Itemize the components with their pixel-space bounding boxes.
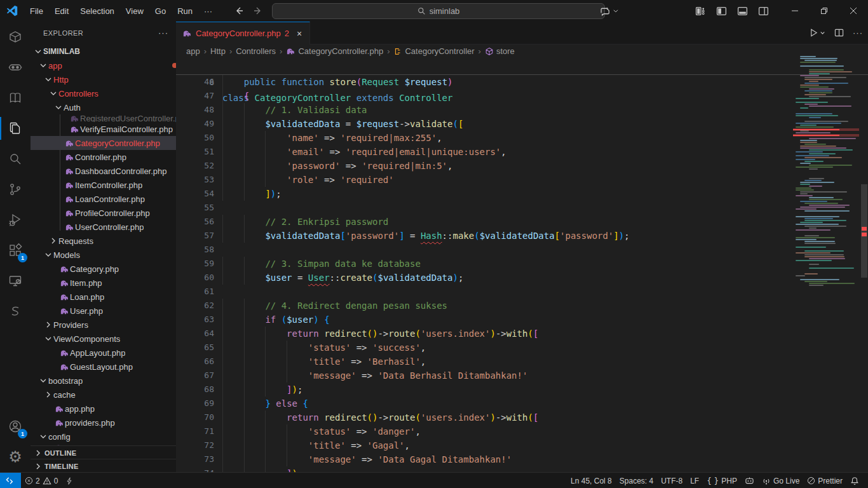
tree-item-loan-php[interactable]: Loan.php: [31, 290, 176, 304]
tree-item-loancontroller-php[interactable]: LoanController.php: [31, 192, 176, 206]
php-elephant-icon: [58, 306, 70, 316]
minimize-button[interactable]: [780, 0, 810, 22]
toggle-panel-icon[interactable]: [737, 6, 748, 17]
activity-files-icon[interactable]: [0, 113, 31, 144]
tree-item-itemcontroller-php[interactable]: ItemController.php: [31, 178, 176, 192]
close-window-button[interactable]: [839, 0, 868, 22]
tree-item-categorycontroller-php[interactable]: CategoryController.php2: [31, 136, 176, 150]
timeline-panel-header[interactable]: TIMELINE: [31, 459, 177, 472]
tree-item-providers-php[interactable]: providers.php: [31, 416, 176, 430]
activity-run-debug-icon[interactable]: [0, 205, 31, 235]
breadcrumb-http[interactable]: Http: [210, 46, 226, 56]
activity-account-icon[interactable]: 1: [0, 411, 31, 442]
remote-indicator[interactable]: [0, 473, 21, 488]
breadcrumb-separator: ›: [204, 46, 207, 56]
tree-item-view-components[interactable]: View\Components: [31, 332, 176, 346]
encoding-status[interactable]: UTF-8: [657, 473, 686, 488]
tab-title: CategoryController.php: [196, 29, 281, 38]
activity-search-icon[interactable]: [0, 144, 31, 174]
menu-file[interactable]: File: [24, 0, 49, 22]
copilot-status[interactable]: [741, 473, 758, 488]
activity-settings-gear-icon[interactable]: ⚙: [0, 442, 31, 472]
tree-item-requests[interactable]: Requests: [31, 234, 176, 248]
cursor-position[interactable]: Ln 45, Col 8: [567, 473, 616, 488]
tree-item-models[interactable]: Models: [31, 248, 176, 262]
tree-item-profilecontroller-php[interactable]: ProfileController.php: [31, 206, 176, 220]
explorer-title: EXPLORER: [43, 29, 83, 37]
tree-item-cache[interactable]: cache: [31, 388, 176, 402]
activity-s-extension-icon[interactable]: [0, 296, 31, 327]
tree-item-label: Category.php: [70, 264, 119, 274]
activity-container-icon[interactable]: [0, 22, 31, 52]
breadcrumb-app[interactable]: app: [186, 46, 200, 56]
command-center-search[interactable]: siminlab: [272, 3, 605, 19]
restore-button[interactable]: [810, 0, 839, 22]
split-editor-icon[interactable]: [834, 28, 844, 37]
activity-extensions-icon[interactable]: 1: [0, 235, 31, 266]
menu-overflow[interactable]: ···: [198, 0, 218, 22]
menu-selection[interactable]: Selection: [74, 0, 119, 22]
tree-item-config[interactable]: config: [31, 430, 176, 444]
tree-item-controllers[interactable]: Controllers: [31, 86, 176, 100]
indentation-status[interactable]: Spaces: 4: [616, 473, 657, 488]
tree-item-providers[interactable]: Providers: [31, 318, 176, 332]
activity-copilot-goggles-icon[interactable]: [0, 52, 31, 83]
forward-arrow-icon[interactable]: [253, 6, 263, 16]
minimap[interactable]: [793, 54, 859, 461]
breadcrumb-categorycontroller-php[interactable]: CategoryController.php: [286, 46, 383, 56]
prettier-status[interactable]: Prettier: [803, 473, 846, 488]
activity-source-control-icon[interactable]: [0, 174, 31, 205]
tree-item-registeredusercontroller-php[interactable]: RegisteredUserController.php: [31, 114, 176, 122]
menu-go[interactable]: Go: [149, 0, 172, 22]
tree-item-applayout-php[interactable]: AppLayout.php: [31, 346, 176, 360]
tab-categorycontroller[interactable]: CategoryController.php 2 ×: [176, 22, 310, 44]
overview-error-mark: [862, 233, 867, 236]
tree-item-user-php[interactable]: User.php: [31, 304, 176, 318]
tree-item-bootstrap[interactable]: bootstrap: [31, 374, 176, 388]
tree-item-verifyemailcontroller-php[interactable]: VerifyEmailController.php: [31, 122, 176, 136]
outline-panel-header[interactable]: OUTLINE: [31, 445, 177, 459]
explorer-more-actions[interactable]: ···: [158, 28, 168, 37]
line-number: 49: [176, 117, 214, 131]
activity-live-server-icon[interactable]: [0, 266, 31, 296]
eol-status[interactable]: LF: [686, 473, 703, 488]
copilot-menu-button[interactable]: [600, 6, 619, 17]
go-live-button[interactable]: Go Live: [758, 473, 803, 488]
editor-scrollbar[interactable]: [860, 54, 868, 472]
tree-item-item-php[interactable]: Item.php: [31, 276, 176, 290]
breadcrumb-controllers[interactable]: Controllers: [236, 46, 276, 56]
problems-status[interactable]: 2 0: [21, 473, 62, 488]
tree-item-siminlab[interactable]: SIMINLAB: [31, 44, 176, 58]
toggle-secondary-sidebar-icon[interactable]: [758, 6, 769, 17]
menu-edit[interactable]: Edit: [49, 0, 74, 22]
tree-item-http[interactable]: Http: [31, 72, 176, 86]
close-tab-icon[interactable]: ×: [297, 29, 302, 39]
tree-item-dashboardcontroller-php[interactable]: DashboardController.php: [31, 164, 176, 178]
search-text: siminlab: [430, 6, 460, 16]
chevron-right-icon: [48, 236, 58, 246]
ports-status[interactable]: [62, 473, 77, 488]
tree-item-controller-php[interactable]: Controller.php: [31, 150, 176, 164]
tree-item-app-php[interactable]: app.php: [31, 402, 176, 416]
tree-item-app[interactable]: app: [31, 58, 176, 72]
breadcrumb-store[interactable]: store: [485, 46, 515, 56]
tree-item-auth[interactable]: Auth: [31, 100, 176, 114]
menu-view[interactable]: View: [120, 0, 149, 22]
scrollbar-thumb[interactable]: [861, 184, 867, 278]
customize-layout-icon[interactable]: [695, 6, 706, 17]
menu-run[interactable]: Run: [172, 0, 198, 22]
editor-more-actions[interactable]: ···: [853, 28, 863, 37]
activity-book-icon[interactable]: [0, 83, 31, 113]
breadcrumb-categorycontroller[interactable]: CategoryController: [393, 46, 474, 56]
toggle-sidebar-icon[interactable]: [716, 6, 727, 17]
sticky-scroll-line[interactable]: 8 class CategoryController extends Contr…: [176, 58, 868, 75]
tree-item-category-php[interactable]: Category.php: [31, 262, 176, 276]
back-arrow-icon[interactable]: [234, 6, 244, 16]
tree-item-usercontroller-php[interactable]: UserController.php: [31, 220, 176, 234]
code-line-69: 69 } else {: [176, 396, 862, 410]
run-php-button[interactable]: [809, 28, 825, 37]
language-mode[interactable]: { } PHP: [703, 473, 741, 488]
notifications-bell[interactable]: [846, 473, 863, 488]
code-line-47: 47 {: [176, 89, 862, 103]
tree-item-guestlayout-php[interactable]: GuestLayout.php: [31, 360, 176, 374]
